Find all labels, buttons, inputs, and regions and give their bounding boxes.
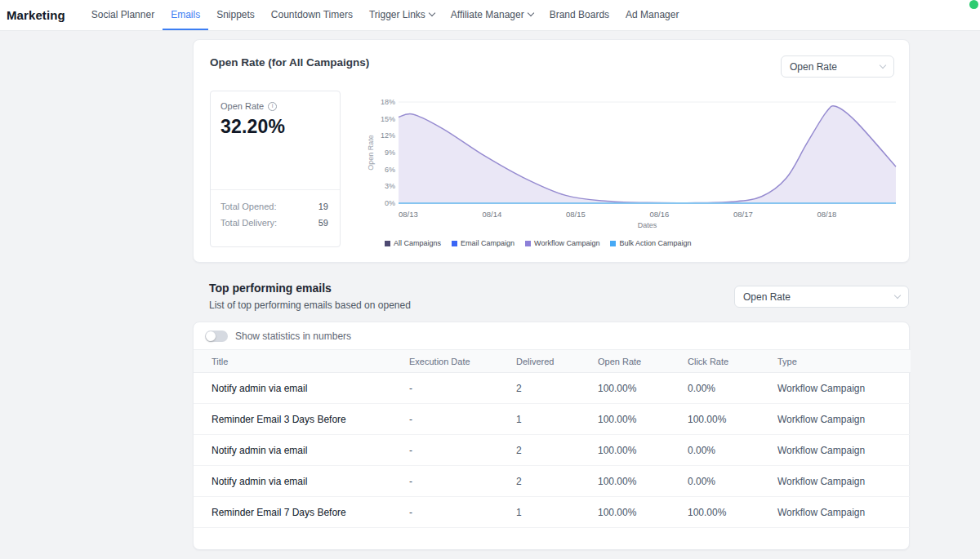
svg-text:12%: 12% bbox=[381, 131, 395, 140]
svg-text:08/17: 08/17 bbox=[733, 210, 753, 219]
nav-item-label: Emails bbox=[171, 9, 200, 20]
nav-item-ad-manager[interactable]: Ad Manager bbox=[617, 0, 687, 30]
nav-item-brand-boards[interactable]: Brand Boards bbox=[541, 0, 617, 30]
table-row[interactable]: Reminder Email 3 Days Before-1100.00%100… bbox=[194, 404, 911, 435]
stat-label: Open Rate bbox=[220, 101, 264, 111]
legend-label: All Campaigns bbox=[394, 239, 441, 247]
nav-item-label: Countdown Timers bbox=[271, 9, 353, 20]
svg-text:6%: 6% bbox=[385, 166, 395, 174]
table-cell: 100.00% bbox=[598, 435, 688, 466]
legend-label: Email Campaign bbox=[461, 239, 514, 247]
table-cell: 100.00% bbox=[688, 497, 777, 528]
nav-item-social-planner[interactable]: Social Planner bbox=[83, 0, 163, 30]
page-title: Marketing bbox=[7, 8, 65, 22]
table-cell: 100.00% bbox=[688, 404, 777, 435]
table-row[interactable]: Notify admin via email-2100.00%0.00%Work… bbox=[194, 435, 911, 466]
table-cell: - bbox=[409, 435, 516, 466]
legend-item-email-campaign[interactable]: Email Campaign bbox=[452, 239, 514, 247]
top-emails-subtitle: List of top performing emails based on o… bbox=[209, 299, 411, 311]
email-title-cell: Notify admin via email bbox=[194, 373, 409, 404]
nav-item-affiliate-manager[interactable]: Affiliate Manager bbox=[443, 0, 541, 30]
top-emails-card: Show statistics in numbers TitleExecutio… bbox=[193, 322, 910, 550]
table-cell: 1 bbox=[516, 404, 598, 435]
nav-item-countdown-timers[interactable]: Countdown Timers bbox=[263, 0, 361, 30]
dropdown-value: Open Rate bbox=[743, 291, 791, 303]
table-cell: 2 bbox=[516, 373, 598, 404]
legend-swatch-icon bbox=[525, 241, 531, 246]
open-rate-card: Open Rate (for All Campaigns) Open Rate … bbox=[193, 39, 910, 263]
table-cell: Workflow Campaign bbox=[777, 435, 911, 466]
column-header-execution-date: Execution Date bbox=[409, 350, 516, 373]
table-cell: 0.00% bbox=[688, 466, 777, 497]
email-title-cell: Reminder Email 3 Days Before bbox=[194, 404, 409, 435]
nav-item-emails[interactable]: Emails bbox=[163, 0, 208, 30]
svg-text:08/16: 08/16 bbox=[650, 210, 670, 219]
table-cell: - bbox=[409, 404, 516, 435]
toggle-knob bbox=[206, 331, 216, 341]
show-statistics-toggle[interactable] bbox=[205, 331, 228, 342]
toggle-label: Show statistics in numbers bbox=[235, 331, 351, 342]
table-header-row: TitleExecution DateDeliveredOpen RateCli… bbox=[194, 350, 911, 373]
chevron-down-icon bbox=[894, 292, 901, 299]
table-row[interactable]: Notify admin via email-2100.00%0.00%Work… bbox=[194, 373, 911, 404]
divider bbox=[211, 189, 340, 190]
top-emails-title: Top performing emails bbox=[209, 282, 411, 295]
legend-label: Workflow Campaign bbox=[534, 239, 599, 247]
total-opened-value: 19 bbox=[318, 202, 328, 211]
table-cell: Workflow Campaign bbox=[777, 497, 911, 528]
chart-legend: All CampaignsEmail CampaignWorkflow Camp… bbox=[385, 239, 692, 247]
nav-item-label: Snippets bbox=[216, 9, 255, 20]
top-emails-metric-dropdown[interactable]: Open Rate bbox=[734, 286, 909, 308]
table-cell: 100.00% bbox=[598, 466, 688, 497]
table-cell: 100.00% bbox=[598, 497, 688, 528]
legend-item-all-campaigns[interactable]: All Campaigns bbox=[385, 239, 441, 247]
top-emails-section-header: Top performing emails List of top perfor… bbox=[209, 282, 411, 311]
column-header-title: Title bbox=[194, 350, 409, 373]
table-cell: - bbox=[409, 497, 516, 528]
table-cell: 2 bbox=[516, 466, 598, 497]
nav-item-trigger-links[interactable]: Trigger Links bbox=[361, 0, 443, 30]
total-delivery-value: 59 bbox=[318, 218, 328, 228]
open-rate-chart-svg: 18%15%12%9%6%3%0%Open Rate08/1308/1408/1… bbox=[357, 91, 911, 233]
total-delivery-label: Total Delivery: bbox=[220, 218, 277, 228]
email-title-cell: Notify admin via email bbox=[194, 435, 409, 466]
svg-text:08/15: 08/15 bbox=[566, 210, 586, 219]
chevron-down-icon bbox=[429, 10, 435, 16]
legend-item-workflow-campaign[interactable]: Workflow Campaign bbox=[525, 239, 599, 247]
marketing-nav: Social PlannerEmailsSnippetsCountdown Ti… bbox=[83, 0, 688, 30]
email-title-cell: Reminder Email 7 Days Before bbox=[194, 497, 409, 528]
chevron-down-icon bbox=[527, 10, 533, 16]
table-cell: - bbox=[409, 466, 516, 497]
table-cell: Workflow Campaign bbox=[777, 373, 911, 404]
table-cell: 2 bbox=[516, 435, 598, 466]
column-header-open-rate: Open Rate bbox=[598, 350, 688, 373]
top-navigation-bar: Marketing Social PlannerEmailsSnippetsCo… bbox=[0, 0, 980, 31]
legend-item-bulk-action-campaign[interactable]: Bulk Action Campaign bbox=[610, 239, 691, 247]
open-rate-stat-box: Open Rate 32.20% Total Opened: 19 Total … bbox=[210, 91, 341, 247]
legend-swatch-icon bbox=[610, 241, 616, 246]
total-opened-label: Total Opened: bbox=[220, 202, 277, 211]
top-emails-table: TitleExecution DateDeliveredOpen RateCli… bbox=[194, 349, 911, 528]
svg-text:08/18: 08/18 bbox=[817, 210, 837, 219]
legend-swatch-icon bbox=[385, 241, 390, 246]
svg-text:Dates: Dates bbox=[638, 221, 657, 229]
table-row[interactable]: Notify admin via email-2100.00%0.00%Work… bbox=[194, 466, 911, 497]
nav-item-label: Ad Manager bbox=[626, 9, 679, 20]
svg-text:08/13: 08/13 bbox=[399, 210, 418, 219]
svg-text:3%: 3% bbox=[385, 182, 395, 190]
table-cell: 0.00% bbox=[688, 435, 777, 466]
table-row[interactable]: Reminder Email 7 Days Before-1100.00%100… bbox=[194, 497, 911, 528]
open-rate-chart: 18%15%12%9%6%3%0%Open Rate08/1308/1408/1… bbox=[357, 91, 911, 233]
nav-item-snippets[interactable]: Snippets bbox=[208, 0, 263, 30]
nav-item-label: Trigger Links bbox=[369, 9, 425, 20]
info-icon[interactable] bbox=[268, 102, 277, 111]
open-rate-metric-dropdown[interactable]: Open Rate bbox=[781, 55, 894, 78]
nav-item-label: Affiliate Manager bbox=[451, 9, 524, 20]
statistics-toggle-row: Show statistics in numbers bbox=[194, 322, 909, 349]
table-cell: 0.00% bbox=[688, 373, 777, 404]
dropdown-value: Open Rate bbox=[790, 61, 837, 73]
table-cell: 100.00% bbox=[598, 404, 688, 435]
chevron-down-icon bbox=[880, 62, 886, 69]
table-cell: 100.00% bbox=[598, 373, 688, 404]
table-cell: - bbox=[409, 373, 516, 404]
